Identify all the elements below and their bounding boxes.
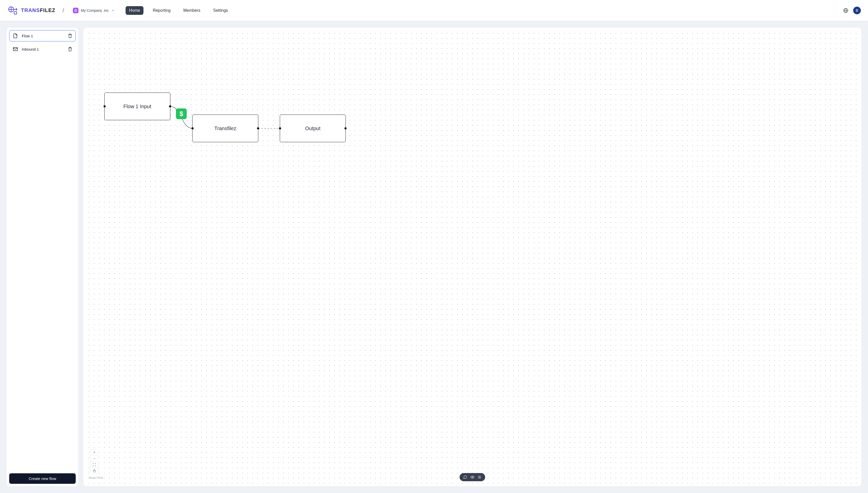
nav-reporting[interactable]: Reporting: [149, 6, 174, 15]
svg-rect-5: [93, 471, 96, 472]
avatar[interactable]: B: [853, 7, 861, 14]
globe-icon[interactable]: [843, 8, 849, 13]
eye-icon[interactable]: [470, 475, 474, 479]
handle-right[interactable]: [257, 127, 259, 129]
nav-members[interactable]: Members: [180, 6, 204, 15]
handle-left[interactable]: [192, 127, 194, 129]
flow-node-n2[interactable]: Transfilez: [192, 114, 258, 142]
trash-icon[interactable]: [68, 47, 72, 51]
app-header: TRANSFILEZ / My Company .inc Home Report…: [0, 0, 868, 21]
sidebar-spacer: [9, 55, 76, 473]
canvas-wrap: React Flow Flow 1 InputTransfilezOutput: [83, 28, 861, 486]
zoom-in-button[interactable]: [91, 449, 98, 455]
trash-icon[interactable]: [68, 34, 72, 38]
svg-rect-1: [14, 12, 17, 14]
sidebar-item-label: Inbound 1: [22, 47, 64, 51]
company-icon: [73, 8, 79, 13]
bottom-toolbar: [460, 473, 485, 481]
app-root: TRANSFILEZ / My Company .inc Home Report…: [0, 0, 868, 493]
logo-icon: [7, 5, 19, 16]
mail-icon: [13, 46, 18, 52]
sidebar-item-flow-1[interactable]: Flow 1: [9, 30, 76, 41]
sidebar-item-label: Flow 1: [22, 34, 64, 38]
company-selector[interactable]: My Company .inc: [70, 6, 118, 15]
menu-icon[interactable]: [478, 475, 482, 479]
breadcrumb-separator: /: [62, 7, 64, 14]
flow-node-n3[interactable]: Output: [280, 114, 346, 142]
chevron-down-icon: [111, 9, 115, 12]
handle-right[interactable]: [169, 105, 171, 107]
handle-right[interactable]: [344, 127, 346, 129]
nav-settings[interactable]: Settings: [209, 6, 231, 15]
attribution-text: React Flow: [89, 476, 103, 479]
flow-list: Flow 1 Inbound 1: [9, 30, 76, 55]
flow-canvas[interactable]: React Flow Flow 1 InputTransfilezOutput: [85, 29, 860, 485]
svg-point-6: [472, 477, 473, 478]
file-icon: [13, 33, 18, 39]
logo[interactable]: TRANSFILEZ: [7, 5, 55, 16]
nav-home[interactable]: Home: [126, 6, 144, 15]
handle-left[interactable]: [104, 105, 106, 107]
lock-button[interactable]: [91, 468, 98, 474]
fit-view-button[interactable]: [91, 462, 98, 468]
zoom-out-button[interactable]: [91, 455, 98, 462]
handle-left[interactable]: [279, 127, 281, 129]
logo-text: TRANSFILEZ: [21, 7, 55, 13]
header-right: B: [843, 7, 861, 14]
zoom-controls: [90, 449, 98, 474]
sidebar: Flow 1 Inbound 1: [7, 28, 78, 486]
create-flow-button[interactable]: Create new flow: [9, 473, 76, 484]
flow-node-n1[interactable]: Flow 1 Input: [104, 92, 170, 120]
dollar-badge[interactable]: [176, 108, 187, 119]
header-left: TRANSFILEZ / My Company .inc Home Report…: [7, 5, 231, 16]
main-nav: Home Reporting Members Settings: [126, 6, 232, 15]
comment-icon[interactable]: [463, 475, 467, 479]
sidebar-item-inbound-1[interactable]: Inbound 1: [9, 43, 76, 55]
company-name: My Company .inc: [81, 8, 109, 13]
edge-layer: [85, 29, 860, 485]
main-area: Flow 1 Inbound 1: [0, 21, 868, 493]
